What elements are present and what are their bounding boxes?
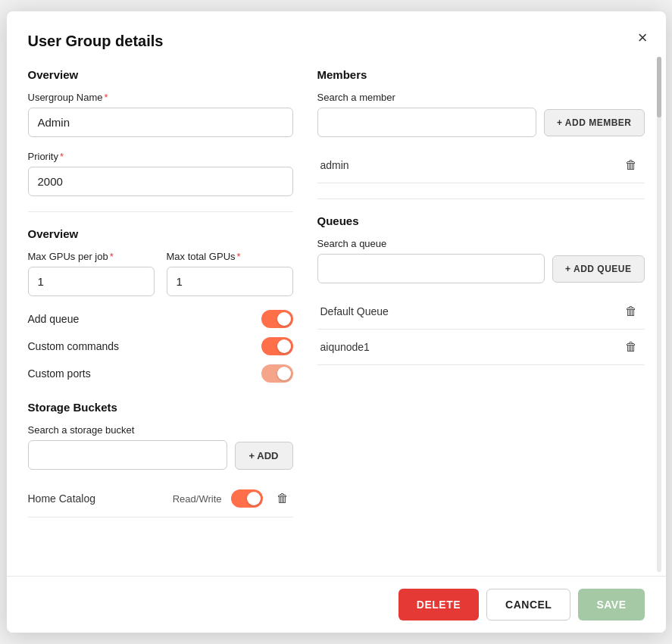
scrollbar-track (657, 57, 661, 572)
members-section-title: Members (317, 68, 645, 81)
required-star3: * (110, 251, 114, 262)
search-queue-input[interactable] (317, 254, 545, 283)
queues-section-title: Queues (317, 214, 645, 227)
usergroup-name-label: Usergroup Name* (28, 92, 293, 103)
add-queue-slider (261, 310, 293, 328)
divider2 (317, 199, 645, 199)
storage-search-add-row: + ADD (28, 440, 293, 470)
custom-ports-label: Custom ports (28, 367, 91, 380)
max-gpus-per-job-input[interactable] (28, 267, 155, 296)
user-group-details-modal: User Group details × Overview Usergroup … (7, 11, 666, 633)
footer: DELETE CANCEL SAVE (7, 576, 666, 633)
member-delete-button[interactable]: 🗑 (620, 157, 642, 174)
rw-slider (231, 489, 263, 508)
add-queue-toggle-row: Add queue (28, 310, 293, 328)
custom-ports-toggle-row: Custom ports (28, 364, 293, 383)
queue-item-aiqunode1: aiqunode1 🗑 (317, 330, 645, 365)
rw-knob (247, 492, 261, 505)
queue-search-row: + ADD QUEUE (317, 254, 645, 283)
modal-title: User Group details (28, 33, 645, 50)
custom-commands-toggle[interactable] (261, 337, 293, 355)
add-storage-button[interactable]: + ADD (235, 442, 293, 470)
custom-commands-slider (261, 337, 293, 355)
cancel-button[interactable]: CANCEL (486, 589, 570, 621)
overview2-section-title: Overview (28, 227, 293, 240)
priority-input[interactable] (28, 167, 293, 196)
custom-commands-label: Custom commands (28, 340, 120, 352)
custom-ports-knob (277, 367, 291, 380)
search-storage-label: Search a storage bucket (28, 424, 293, 436)
bucket-delete-button[interactable]: 🗑 (272, 490, 293, 507)
scrollbar-thumb (657, 57, 661, 117)
search-member-label: Search a member (317, 92, 645, 103)
divider1 (28, 211, 293, 212)
search-storage-input[interactable] (28, 440, 227, 470)
queue-item-default: Default Queue 🗑 (317, 294, 645, 330)
custom-ports-slider (261, 364, 293, 383)
search-queue-label: Search a queue (317, 238, 645, 249)
search-member-input[interactable] (317, 108, 536, 137)
overview-section-title: Overview (28, 68, 293, 81)
rw-toggle[interactable] (231, 489, 263, 508)
queue-name-default: Default Queue (320, 305, 389, 317)
max-total-gpus-input[interactable] (167, 267, 293, 296)
max-gpus-per-job-field: Max GPUs per job* (28, 251, 155, 296)
add-queue-knob (277, 312, 291, 326)
bucket-item: Home Catalog Read/Write 🗑 (28, 480, 293, 517)
add-member-button[interactable]: + ADD MEMBER (544, 109, 645, 136)
main-content: Overview Usergroup Name* Priority* Overv… (28, 68, 645, 517)
priority-label: Priority* (28, 151, 293, 162)
priority-field: Priority* (28, 151, 293, 196)
right-column: Members Search a member + ADD MEMBER adm… (317, 68, 645, 517)
queue-delete-button-2[interactable]: 🗑 (620, 339, 642, 355)
left-column: Overview Usergroup Name* Priority* Overv… (28, 68, 293, 517)
queue-name-aiqunode1: aiqunode1 (320, 341, 370, 353)
storage-section: Storage Buckets Search a storage bucket … (28, 401, 293, 517)
member-search-row: + ADD MEMBER (317, 108, 645, 137)
delete-button[interactable]: DELETE (399, 589, 479, 621)
custom-commands-toggle-row: Custom commands (28, 337, 293, 355)
gpu-inputs-row: Max GPUs per job* Max total GPUs* (28, 251, 293, 296)
member-item-admin: admin 🗑 (317, 148, 645, 183)
queue-delete-button-1[interactable]: 🗑 (620, 303, 642, 320)
required-star: * (105, 92, 108, 103)
save-button[interactable]: SAVE (578, 589, 644, 621)
close-button[interactable]: × (638, 30, 648, 46)
add-queue-button[interactable]: + ADD QUEUE (552, 255, 644, 283)
usergroup-name-input[interactable] (28, 108, 293, 137)
bucket-right: Read/Write 🗑 (173, 489, 293, 508)
max-total-gpus-field: Max total GPUs* (167, 251, 293, 296)
required-star2: * (60, 151, 64, 162)
custom-ports-toggle[interactable] (261, 364, 293, 383)
max-total-gpus-label: Max total GPUs* (167, 251, 293, 262)
rw-label: Read/Write (173, 493, 222, 505)
max-gpus-per-job-label: Max GPUs per job* (28, 251, 155, 262)
custom-commands-knob (277, 339, 291, 353)
member-name: admin (320, 159, 349, 171)
add-queue-label: Add queue (28, 313, 80, 325)
add-queue-toggle[interactable] (261, 310, 293, 328)
storage-title: Storage Buckets (28, 401, 293, 414)
required-star4: * (237, 251, 241, 262)
usergroup-name-field: Usergroup Name* (28, 92, 293, 137)
bucket-name: Home Catalog (28, 492, 96, 505)
